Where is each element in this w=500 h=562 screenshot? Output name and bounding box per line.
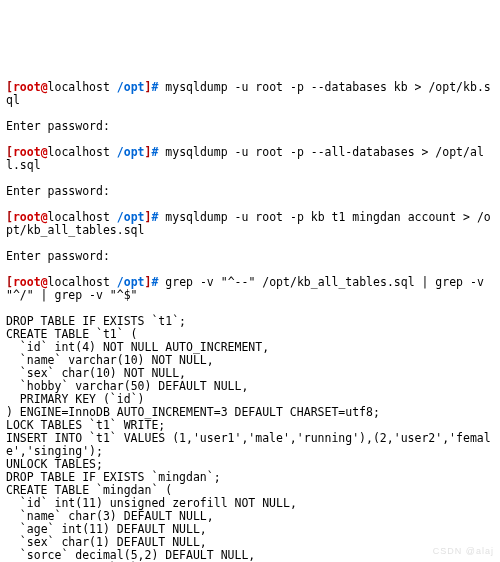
space: [110, 275, 117, 289]
user: root: [13, 275, 41, 289]
host: localhost: [48, 275, 110, 289]
cwd: /opt: [117, 80, 145, 94]
at-sign: @: [41, 145, 48, 159]
prompt-line-4[interactable]: [root@localhost /opt]# grep -v "^--" /op…: [6, 276, 494, 302]
user: root: [13, 210, 41, 224]
host: localhost: [48, 210, 110, 224]
space: [110, 80, 117, 94]
space: [110, 145, 117, 159]
bracket-open: [: [6, 80, 13, 94]
at-sign: @: [41, 275, 48, 289]
bracket-open: [: [6, 210, 13, 224]
watermark-text: CSDN @alaj: [433, 545, 494, 558]
user: root: [13, 145, 41, 159]
bracket-open: [: [6, 145, 13, 159]
user: root: [13, 80, 41, 94]
at-sign: @: [41, 80, 48, 94]
cwd: /opt: [117, 275, 145, 289]
at-sign: @: [41, 210, 48, 224]
prompt-line-1[interactable]: [root@localhost /opt]# mysqldump -u root…: [6, 81, 494, 107]
sql-dump-output: DROP TABLE IF EXISTS `t1`;CREATE TABLE `…: [6, 315, 494, 562]
cwd: /opt: [117, 145, 145, 159]
output-line: Enter password:: [6, 120, 494, 133]
prompt-line-3[interactable]: [root@localhost /opt]# mysqldump -u root…: [6, 211, 494, 237]
space: [110, 210, 117, 224]
bracket-open: [: [6, 275, 13, 289]
output-line: Enter password:: [6, 250, 494, 263]
host: localhost: [48, 145, 110, 159]
host: localhost: [48, 80, 110, 94]
output-line: Enter password:: [6, 185, 494, 198]
cwd: /opt: [117, 210, 145, 224]
prompt-line-2[interactable]: [root@localhost /opt]# mysqldump -u root…: [6, 146, 494, 172]
output-line: INSERT INTO `t1` VALUES (1,'user1','male…: [6, 432, 494, 458]
terminal-output: [root@localhost /opt]# mysqldump -u root…: [6, 55, 494, 562]
